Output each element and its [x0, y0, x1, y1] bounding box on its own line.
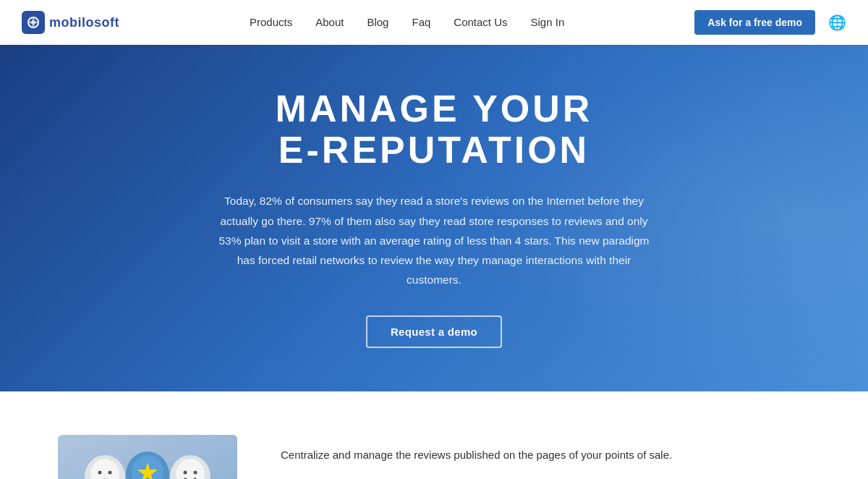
- logo[interactable]: mobilosoft: [22, 11, 119, 34]
- nav-menu: Products About Blog Faq Contact Us Sign …: [250, 16, 564, 29]
- review-illustration: [58, 435, 237, 479]
- svg-point-16: [184, 471, 187, 475]
- nav-right: Ask for a free demo 🌐: [694, 10, 846, 35]
- nav-item-blog[interactable]: Blog: [367, 16, 388, 29]
- nav-item-contact[interactable]: Contact Us: [454, 16, 507, 29]
- nav-item-products[interactable]: Products: [250, 16, 292, 29]
- nav-item-signin[interactable]: Sign In: [531, 16, 565, 29]
- content-paragraph1: Centralize and manage the reviews publis…: [281, 446, 810, 465]
- svg-point-17: [194, 471, 197, 475]
- content-section: Centralize and manage the reviews publis…: [0, 391, 868, 479]
- hero-subtitle: Today, 82% of consumers say they read a …: [217, 191, 651, 289]
- hero-title-line1: MANAGE YOUR: [276, 88, 593, 130]
- request-demo-button[interactable]: Request a demo: [366, 315, 502, 348]
- nav-item-faq[interactable]: Faq: [412, 16, 430, 29]
- content-text: Centralize and manage the reviews publis…: [281, 446, 810, 479]
- globe-icon[interactable]: 🌐: [828, 14, 846, 31]
- hero-section: MANAGE YOUR E-REPUTATION Today, 82% of c…: [0, 45, 868, 391]
- review-image: [58, 435, 237, 479]
- navbar: mobilosoft Products About Blog Faq Conta…: [0, 0, 868, 45]
- nav-item-about[interactable]: About: [315, 16, 344, 29]
- logo-icon: [22, 11, 45, 34]
- logo-text: mobilosoft: [49, 15, 119, 30]
- svg-point-5: [98, 471, 102, 475]
- hero-title-line2: E-REPUTATION: [278, 130, 590, 171]
- svg-point-6: [109, 471, 112, 475]
- ask-demo-button[interactable]: Ask for a free demo: [694, 10, 815, 35]
